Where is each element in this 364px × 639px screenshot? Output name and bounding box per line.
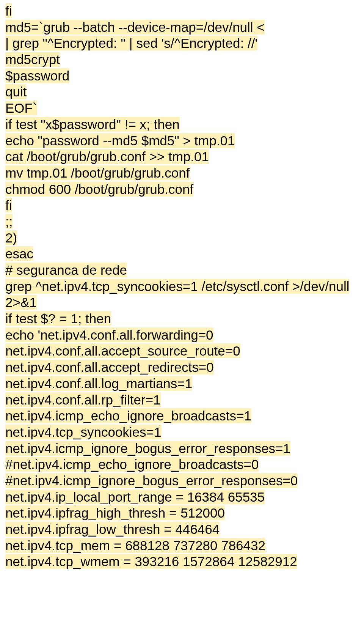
- code-line: chmod 600 /boot/grub/grub.conf: [5, 181, 359, 198]
- code-text: grep ^net.ipv4.tcp_syncookies=1 /etc/sys…: [5, 279, 349, 294]
- code-line: net.ipv4.conf.all.accept_source_route=0: [5, 343, 359, 359]
- code-text: #net.ipv4.icmp_ignore_bogus_error_respon…: [5, 473, 298, 488]
- code-text: #net.ipv4.icmp_echo_ignore_broadcasts=0: [5, 457, 259, 472]
- code-text: fi: [5, 198, 12, 212]
- code-line: grep ^net.ipv4.tcp_syncookies=1 /etc/sys…: [5, 279, 359, 295]
- code-line: EOF`: [5, 100, 359, 116]
- code-text: md5=`grub --batch --device-map=/dev/null…: [5, 20, 265, 35]
- code-line: | grep "^Encrypted: " | sed 's/^Encrypte…: [5, 35, 359, 52]
- code-text: chmod 600 /boot/grub/grub.conf: [5, 182, 193, 197]
- code-text: net.ipv4.tcp_syncookies=1: [5, 425, 162, 439]
- code-text: $password: [5, 68, 69, 83]
- code-text: net.ipv4.icmp_ignore_bogus_error_respons…: [5, 441, 290, 456]
- code-text: cat /boot/grub/grub.conf >> tmp.01: [5, 149, 209, 164]
- code-text: if test "x$password" != x; then: [5, 117, 180, 132]
- code-line: net.ipv4.conf.all.rp_filter=1: [5, 392, 359, 408]
- code-text: net.ipv4.tcp_mem = 688128 737280 786432: [5, 538, 265, 553]
- code-line: $password: [5, 68, 359, 84]
- code-line: net.ipv4.tcp_syncookies=1: [5, 424, 359, 441]
- code-text: mv tmp.01 /boot/grub/grub.conf: [5, 165, 190, 180]
- code-text: net.ipv4.ipfrag_high_thresh = 512000: [5, 505, 225, 520]
- code-line: md5crypt: [5, 52, 359, 68]
- code-line: mv tmp.01 /boot/grub/grub.conf: [5, 165, 359, 181]
- code-text: net.ipv4.conf.all.log_martians=1: [5, 376, 192, 391]
- code-line: if test $? = 1; then: [5, 311, 359, 327]
- code-line: 2): [5, 230, 359, 246]
- code-text: if test $? = 1; then: [5, 311, 111, 326]
- code-text: | grep "^Encrypted: " | sed 's/^Encrypte…: [5, 36, 257, 50]
- code-text: esac: [5, 246, 33, 261]
- code-text: EOF`: [5, 101, 37, 115]
- code-line: net.ipv4.icmp_echo_ignore_broadcasts=1: [5, 408, 359, 424]
- code-line: net.ipv4.ipfrag_low_thresh = 446464: [5, 521, 359, 538]
- code-line: fi: [5, 197, 359, 214]
- code-text: echo 'net.ipv4.conf.all.forwarding=0: [5, 327, 213, 342]
- code-text: net.ipv4.conf.all.accept_source_route=0: [5, 343, 240, 358]
- code-text: # seguranca de rede: [5, 263, 127, 277]
- code-text: 2>&1: [5, 295, 37, 310]
- code-text: ;;: [5, 214, 13, 229]
- code-line: echo 'net.ipv4.conf.all.forwarding=0: [5, 327, 359, 343]
- code-text: net.ipv4.ipfrag_low_thresh = 446464: [5, 522, 220, 537]
- code-line: quit: [5, 84, 359, 100]
- code-text: md5crypt: [5, 52, 60, 67]
- code-text: 2): [5, 230, 17, 245]
- code-line: net.ipv4.conf.all.log_martians=1: [5, 376, 359, 392]
- code-line: md5=`grub --batch --device-map=/dev/null…: [5, 19, 359, 36]
- code-text: net.ipv4.conf.all.accept_redirects=0: [5, 360, 214, 375]
- code-line: # seguranca de rede: [5, 262, 359, 279]
- code-line: 2>&1: [5, 294, 359, 311]
- code-line: #net.ipv4.icmp_ignore_bogus_error_respon…: [5, 473, 359, 489]
- code-line: net.ipv4.tcp_mem = 688128 737280 786432: [5, 538, 359, 554]
- code-line: net.ipv4.ipfrag_high_thresh = 512000: [5, 505, 359, 521]
- code-text: net.ipv4.icmp_echo_ignore_broadcasts=1: [5, 408, 251, 423]
- code-line: ;;: [5, 214, 359, 230]
- code-line: cat /boot/grub/grub.conf >> tmp.01: [5, 149, 359, 165]
- code-line: echo "password --md5 $md5" > tmp.01: [5, 133, 359, 149]
- code-line: fi: [5, 3, 359, 19]
- code-text: net.ipv4.ip_local_port_range = 16384 655…: [5, 489, 265, 504]
- code-line: esac: [5, 246, 359, 262]
- code-text: quit: [5, 84, 27, 99]
- document-body: fi md5=`grub --batch --device-map=/dev/n…: [0, 0, 364, 575]
- code-line: net.ipv4.tcp_wmem = 393216 1572864 12582…: [5, 554, 359, 570]
- code-line: net.ipv4.ip_local_port_range = 16384 655…: [5, 489, 359, 505]
- code-line: if test "x$password" != x; then: [5, 116, 359, 133]
- code-line: net.ipv4.icmp_ignore_bogus_error_respons…: [5, 441, 359, 457]
- code-line: #net.ipv4.icmp_echo_ignore_broadcasts=0: [5, 456, 359, 473]
- code-line: net.ipv4.conf.all.accept_redirects=0: [5, 359, 359, 376]
- code-text: echo "password --md5 $md5" > tmp.01: [5, 133, 235, 148]
- code-text: fi: [5, 3, 12, 18]
- code-text: net.ipv4.conf.all.rp_filter=1: [5, 392, 161, 407]
- code-text: net.ipv4.tcp_wmem = 393216 1572864 12582…: [5, 554, 297, 569]
